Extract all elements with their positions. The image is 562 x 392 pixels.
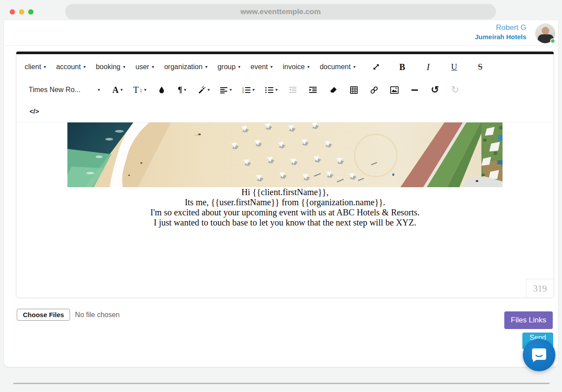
bold-icon: B xyxy=(399,63,405,71)
toolbar-row-merge-fields: client▾ account▾ booking▾ user▾ organiza… xyxy=(16,54,554,79)
minimize-window-icon[interactable] xyxy=(19,9,24,15)
strikethrough-icon: S xyxy=(478,63,483,71)
insert-link-button[interactable] xyxy=(368,82,380,97)
clear-format-button[interactable] xyxy=(328,82,339,97)
user-block: Robert G Jumeirah Hotels xyxy=(475,23,526,41)
surface-shadow-line xyxy=(13,383,550,384)
font-color-icon: A xyxy=(112,85,118,94)
font-size-icon: T xyxy=(133,85,138,94)
user-name: Robert G xyxy=(475,23,526,33)
merge-field-event[interactable]: event▾ xyxy=(247,60,277,74)
url-bar[interactable]: www.eventtemple.com xyxy=(65,4,496,19)
merge-field-group[interactable]: group▾ xyxy=(214,60,244,74)
close-window-icon[interactable] xyxy=(10,9,15,15)
bold-button[interactable]: B xyxy=(396,59,408,74)
chat-launcher-button[interactable] xyxy=(523,339,555,371)
table-icon xyxy=(350,86,358,94)
zoom-window-icon[interactable] xyxy=(28,9,33,15)
code-view-icon: </> xyxy=(30,107,39,115)
svg-text:3: 3 xyxy=(242,91,244,93)
font-size-button[interactable]: T↕▾ xyxy=(132,82,147,97)
email-body-line[interactable]: Hi {{client.firstName}}, xyxy=(16,187,554,197)
ordered-list-button[interactable]: 1 2 3 ▾ xyxy=(241,82,255,97)
email-body-line[interactable]: I just wanted to touch base to let you k… xyxy=(16,218,554,228)
email-body-line[interactable]: Its me, {{user.firstName}} from {{organi… xyxy=(16,197,554,207)
character-count: 319 xyxy=(526,279,554,298)
paragraph-style-button[interactable]: ▾ xyxy=(196,82,211,97)
toolbar-row-code: </> xyxy=(16,100,554,122)
merge-field-invoice[interactable]: invoice▾ xyxy=(279,60,314,74)
fullscreen-icon xyxy=(372,63,380,71)
strikethrough-button[interactable]: S xyxy=(474,59,486,74)
merge-field-user[interactable]: user▾ xyxy=(132,60,158,74)
undo-button[interactable]: ↺ xyxy=(429,82,440,97)
chevron-down-icon: ▾ xyxy=(120,88,122,92)
merge-field-account[interactable]: account▾ xyxy=(52,60,89,74)
merge-field-label: account xyxy=(56,63,81,71)
redo-button[interactable]: ↻ xyxy=(449,82,461,97)
choose-files-button[interactable]: Choose Files xyxy=(17,309,70,321)
undo-icon: ↺ xyxy=(431,85,439,95)
underline-button[interactable]: U xyxy=(448,59,460,74)
format-group: B I U S xyxy=(370,59,486,74)
image-icon xyxy=(390,86,399,94)
outdent-button[interactable] xyxy=(287,82,299,97)
editor-canvas[interactable]: Hi {{client.firstName}}, Its me, {{user.… xyxy=(16,122,554,298)
paragraph-format-button[interactable]: ¶▾ xyxy=(176,82,188,97)
unordered-list-icon xyxy=(265,86,274,93)
chevron-down-icon: ▾ xyxy=(252,88,255,92)
merge-field-client[interactable]: client▾ xyxy=(21,60,50,74)
avatar-head xyxy=(542,27,549,35)
link-icon xyxy=(370,86,378,94)
eraser-icon xyxy=(329,86,337,93)
redo-icon: ↻ xyxy=(451,85,459,95)
insert-table-button[interactable] xyxy=(348,82,359,97)
browser-chrome: www.eventtemple.com xyxy=(0,0,562,20)
merge-field-label: group xyxy=(218,63,236,71)
horizontal-rule-button[interactable] xyxy=(409,82,420,97)
chevron-down-icon: ▾ xyxy=(275,88,277,92)
align-button[interactable]: ▾ xyxy=(219,82,233,97)
merge-field-label: document xyxy=(320,63,351,71)
merge-field-organization[interactable]: organization▾ xyxy=(160,60,211,74)
italic-icon: I xyxy=(427,63,430,71)
file-status-text: No file chosen xyxy=(75,311,119,319)
file-attachment-row: Choose Files No file chosen xyxy=(17,309,120,321)
chat-bubble-icon xyxy=(531,348,547,362)
chevron-down-icon: ▾ xyxy=(307,65,310,69)
app-header: Robert G Jumeirah Hotels xyxy=(4,20,558,46)
chevron-down-icon: ▾ xyxy=(98,88,100,92)
chevron-down-icon: ▾ xyxy=(123,65,126,69)
font-family-select[interactable]: Times New Ro... ▾ xyxy=(26,85,103,94)
magic-wand-icon xyxy=(197,86,206,94)
chevron-down-icon: ▾ xyxy=(270,65,273,69)
italic-button[interactable]: I xyxy=(422,59,434,74)
merge-field-label: event xyxy=(251,63,268,71)
fullscreen-button[interactable] xyxy=(370,59,382,74)
rich-text-editor: client▾ account▾ booking▾ user▾ organiza… xyxy=(16,52,554,298)
aerial-beach-resort-photo[interactable] xyxy=(67,122,503,187)
page: www.eventtemple.com Robert G Jumeirah Ho… xyxy=(0,0,562,392)
insert-image-button[interactable] xyxy=(388,82,400,97)
font-color-button[interactable]: A▾ xyxy=(111,82,123,97)
chevron-down-icon: ▾ xyxy=(238,65,240,69)
chevron-down-icon: ▾ xyxy=(184,88,186,92)
chevron-down-icon: ▾ xyxy=(152,65,154,69)
unordered-list-button[interactable]: ▾ xyxy=(264,82,278,97)
merge-field-document[interactable]: document▾ xyxy=(316,60,359,74)
chevron-down-icon: ▾ xyxy=(44,65,46,69)
email-body-line[interactable]: I'm so excited about your upcoming event… xyxy=(16,207,554,218)
underline-icon: U xyxy=(451,63,457,71)
code-view-button[interactable]: </> xyxy=(27,107,42,115)
chevron-down-icon: ▾ xyxy=(83,65,85,69)
indent-button[interactable] xyxy=(307,82,319,97)
outdent-icon xyxy=(289,86,297,93)
chevron-down-icon: ▾ xyxy=(353,65,355,69)
files-links-button[interactable]: Files Links xyxy=(504,311,553,329)
online-status-dot xyxy=(550,38,555,44)
merge-field-label: client xyxy=(25,63,41,71)
merge-field-label: organization xyxy=(164,63,203,71)
merge-field-booking[interactable]: booking▾ xyxy=(92,60,129,74)
merge-field-label: invoice xyxy=(283,63,305,71)
highlight-color-button[interactable] xyxy=(156,82,167,97)
